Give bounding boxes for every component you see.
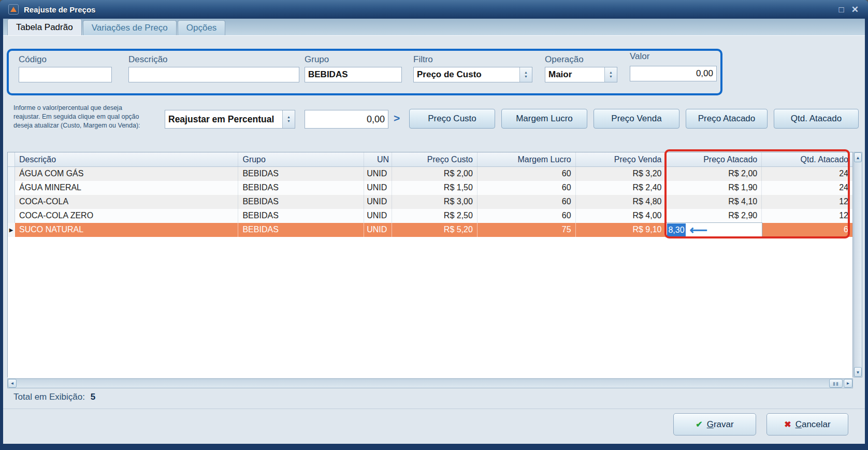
tab-bar: Tabela Padrão Variações de Preço Opções <box>3 19 865 35</box>
cell-qtd-atacado[interactable]: 12 <box>762 209 852 223</box>
reajuste-mode-select[interactable]: Reajustar em Percentual ▲ ▼ <box>165 110 295 129</box>
cell-preco-custo[interactable]: R$ 1,50 <box>392 181 478 195</box>
spinner-down-icon[interactable]: ▼ <box>287 119 291 123</box>
cell-preco-custo[interactable]: R$ 2,50 <box>392 209 478 223</box>
col-header-un[interactable]: UN <box>364 152 392 166</box>
table-row[interactable]: ÁGUA MINERAL BEBIDAS UNID R$ 1,50 60 R$ … <box>8 181 852 195</box>
cell-grupo[interactable]: BEBIDAS <box>238 223 364 237</box>
cell-grupo[interactable]: BEBIDAS <box>238 167 364 181</box>
cell-grupo[interactable]: BEBIDAS <box>238 209 364 223</box>
table-row[interactable]: ÁGUA COM GÁS BEBIDAS UNID R$ 2,00 60 R$ … <box>8 167 852 181</box>
cell-grupo[interactable]: BEBIDAS <box>238 181 364 195</box>
close-icon[interactable]: ✕ <box>851 5 859 14</box>
table-row-selected[interactable]: ▶ SUCO NATURAL BEBIDAS UNID R$ 5,20 75 R… <box>8 223 852 237</box>
col-header-grupo[interactable]: Grupo <box>238 152 364 166</box>
qtd-atacado-button[interactable]: Qtd. Atacado <box>774 109 859 129</box>
col-header-preco-custo[interactable]: Preço Custo <box>392 152 478 166</box>
cell-qtd-atacado[interactable]: 6 <box>762 223 852 237</box>
cell-preco-atacado[interactable]: R$ 4,10 <box>666 195 762 209</box>
grupo-input[interactable] <box>305 67 402 82</box>
cell-margem[interactable]: 60 <box>478 209 576 223</box>
descricao-input[interactable] <box>128 67 299 82</box>
cell-qtd-atacado[interactable]: 24 <box>762 181 852 195</box>
cell-un[interactable]: UNID <box>364 181 392 195</box>
cell-preco-atacado[interactable]: R$ 1,90 <box>666 181 762 195</box>
operacao-select[interactable]: Maior ▲ ▼ <box>545 67 617 82</box>
operacao-spinner-icon[interactable]: ▲ ▼ <box>604 67 617 82</box>
cell-un[interactable]: UNID <box>364 167 392 181</box>
preco-atacado-button[interactable]: Preço Atacado <box>686 109 768 129</box>
cell-descricao[interactable]: COCA-COLA ZERO <box>15 209 238 223</box>
scroll-down-icon[interactable]: ▼ <box>854 367 862 377</box>
cell-descricao[interactable]: ÁGUA MINERAL <box>15 181 238 195</box>
tab-tabela-padrao[interactable]: Tabela Padrão <box>7 19 82 35</box>
cell-preco-venda[interactable]: R$ 2,40 <box>576 181 667 195</box>
spinner-down-icon[interactable]: ▼ <box>609 75 613 79</box>
cell-preco-custo[interactable]: R$ 2,00 <box>392 167 478 181</box>
cell-descricao[interactable]: COCA-COLA <box>15 195 238 209</box>
cell-descricao[interactable]: SUCO NATURAL <box>15 223 238 237</box>
cell-preco-atacado[interactable]: R$ 2,00 <box>666 167 762 181</box>
codigo-label: Código <box>19 54 47 65</box>
col-header-descricao[interactable]: Descrição <box>15 152 238 166</box>
cell-qtd-atacado[interactable]: 12 <box>762 195 852 209</box>
cell-preco-custo[interactable]: R$ 3,00 <box>392 195 478 209</box>
cell-margem[interactable]: 60 <box>478 181 576 195</box>
valor-label: Valor <box>630 51 649 62</box>
cancelar-button[interactable]: ✖ Cancelar <box>766 413 848 435</box>
cell-preco-venda[interactable]: R$ 9,10 <box>576 223 667 237</box>
reajuste-mode-spinner-icon[interactable]: ▲ ▼ <box>282 110 295 128</box>
tab-opcoes[interactable]: Opções <box>178 20 226 35</box>
cell-un[interactable]: UNID <box>364 195 392 209</box>
scroll-right-icon[interactable]: ► <box>844 379 852 388</box>
valor-input[interactable] <box>630 66 717 81</box>
vertical-scrollbar[interactable]: ▲ ▼ <box>853 152 862 377</box>
preco-atacado-edit-cell[interactable]: 8,30 ⟵ <box>666 223 762 237</box>
spinner-up-icon[interactable]: ▲ <box>609 71 613 75</box>
cell-margem[interactable]: 75 <box>478 223 576 237</box>
scroll-left-icon[interactable]: ◄ <box>8 379 17 388</box>
check-icon: ✔ <box>696 419 702 429</box>
gravar-button[interactable]: ✔ Gravar <box>673 413 756 435</box>
cell-qtd-atacado[interactable]: 24 <box>762 167 852 181</box>
preco-custo-button[interactable]: Preço Custo <box>409 109 495 129</box>
filtro-select[interactable]: Preço de Custo ▲ ▼ <box>413 67 532 82</box>
spinner-down-icon[interactable]: ▼ <box>524 75 528 79</box>
cell-un[interactable]: UNID <box>364 223 392 237</box>
table-row[interactable]: COCA-COLA ZERO BEBIDAS UNID R$ 2,50 60 R… <box>8 209 852 223</box>
edit-cell-selected-text[interactable]: 8,30 <box>667 223 685 237</box>
table-row[interactable]: COCA-COLA BEBIDAS UNID R$ 3,00 60 R$ 4,8… <box>8 195 852 209</box>
cross-icon: ✖ <box>784 419 791 429</box>
col-header-margem-lucro[interactable]: Margem Lucro <box>478 152 576 166</box>
spinner-up-icon[interactable]: ▲ <box>524 71 528 75</box>
reajuste-value-input[interactable] <box>305 110 388 129</box>
scroll-up-icon[interactable]: ▲ <box>854 152 862 162</box>
col-header-preco-venda[interactable]: Preço Venda <box>576 152 667 166</box>
cell-preco-atacado[interactable]: R$ 2,90 <box>666 209 762 223</box>
codigo-input[interactable] <box>19 67 112 82</box>
instruction-text: Informe o valor/percentual que deseja re… <box>13 104 169 130</box>
cell-preco-custo[interactable]: R$ 5,20 <box>392 223 478 237</box>
col-header-preco-atacado[interactable]: Preço Atacado <box>666 152 762 166</box>
cell-preco-venda[interactable]: R$ 4,00 <box>576 209 667 223</box>
footer-divider <box>3 409 865 409</box>
cell-margem[interactable]: 60 <box>478 167 576 181</box>
tab-variacoes-de-preco[interactable]: Variações de Preço <box>83 20 177 35</box>
row-indicator-cell <box>8 209 15 223</box>
spinner-up-icon[interactable]: ▲ <box>287 115 291 119</box>
filtro-spinner-icon[interactable]: ▲ ▼ <box>519 67 532 82</box>
cell-margem[interactable]: 60 <box>478 195 576 209</box>
cell-un[interactable]: UNID <box>364 209 392 223</box>
col-header-qtd-atacado[interactable]: Qtd. Atacado <box>762 152 852 166</box>
horizontal-scrollbar[interactable]: ◄ ▮▮ ► <box>7 378 853 388</box>
products-table: Descrição Grupo UN Preço Custo Margem Lu… <box>7 152 853 377</box>
maximize-icon[interactable]: □ <box>838 5 844 14</box>
margem-lucro-button[interactable]: Margem Lucro <box>501 109 587 129</box>
greater-than-icon: > <box>394 112 400 124</box>
cell-preco-venda[interactable]: R$ 4,80 <box>576 195 667 209</box>
preco-venda-button[interactable]: Preço Venda <box>594 109 679 129</box>
scrollbar-thumb[interactable]: ▮▮ <box>829 379 843 388</box>
cell-preco-venda[interactable]: R$ 3,20 <box>576 167 667 181</box>
cell-grupo[interactable]: BEBIDAS <box>238 195 364 209</box>
cell-descricao[interactable]: ÁGUA COM GÁS <box>15 167 238 181</box>
